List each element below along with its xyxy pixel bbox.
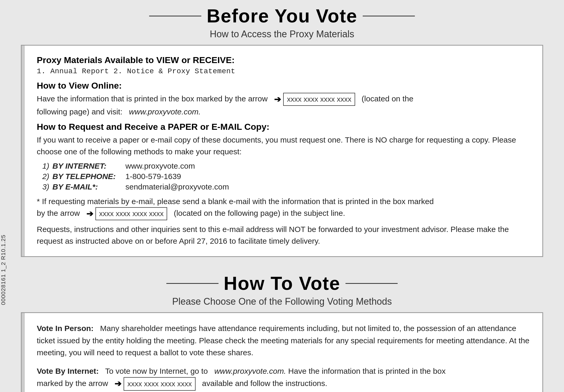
vote-internet-text-1: To vote now by Internet, go to	[105, 367, 208, 375]
method-3-number: 3)	[37, 182, 52, 191]
proxy-materials-title-text: Proxy Materials Available to VIEW or REC…	[37, 55, 235, 65]
vote-internet-text-3: marked by the arrow	[37, 379, 108, 388]
code-box-1: xxxx xxxx xxxx xxxx	[283, 93, 355, 106]
asterisk-note: * If requesting materials by e-mail, ple…	[37, 195, 530, 220]
view-online-text-3: following page) and visit:	[37, 107, 123, 116]
side-label: 000028161 1_2 R10.1.25	[0, 235, 10, 305]
arrow-icon-1: ➔	[274, 93, 281, 106]
materials-list: 1. Annual Report 2. Notice & Proxy State…	[37, 67, 530, 75]
view-online-title: How to View Online:	[37, 81, 530, 91]
arrow-icon-2: ➔	[86, 207, 93, 220]
vote-internet-text-2: Have the information that is printed in …	[288, 367, 446, 375]
vote-header-line-left	[166, 283, 219, 284]
method-1: 1) BY INTERNET: www.proxyvote.com	[37, 162, 530, 170]
page-container: 000028161 1_2 R10.1.25 Before You Vote H…	[0, 0, 564, 392]
method-1-value: www.proxyvote.com	[125, 162, 195, 170]
method-2: 2) BY TELEPHONE: 1-800-579-1639	[37, 172, 530, 181]
before-you-vote-subtitle: How to Access the Proxy Materials	[210, 29, 354, 40]
method-3: 3) BY E-MAIL*: sendmaterial@proxyvote.co…	[37, 182, 530, 191]
vote-internet-url: www.proxyvote.com.	[214, 367, 286, 375]
method-1-label: BY INTERNET:	[52, 162, 125, 170]
vote-in-person-label: Vote In Person:	[37, 324, 94, 333]
view-online-text: Have the information that is printed in …	[37, 93, 530, 118]
methods-list: 1) BY INTERNET: www.proxyvote.com 2) BY …	[37, 162, 530, 191]
method-2-number: 2)	[37, 172, 52, 181]
requests-note: Requests, instructions and other inquiri…	[37, 223, 530, 247]
arrow-code-container-2: ➔ xxxx xxxx xxxx xxxx	[86, 207, 167, 220]
method-3-value: sendmaterial@proxyvote.com	[125, 182, 229, 191]
proxy-materials-title: Proxy Materials Available to VIEW or REC…	[37, 55, 530, 65]
how-to-vote-header: How To Vote	[21, 273, 543, 294]
vote-in-person-text: Many shareholder meetings have attendanc…	[37, 324, 529, 357]
asterisk-text-3: (located on the following page) in the s…	[174, 209, 345, 217]
method-2-label: BY TELEPHONE:	[52, 172, 125, 181]
arrow-code-container-3: ➔ xxxx xxxx xxxx xxxx	[114, 377, 195, 390]
method-2-value: 1-800-579-1639	[125, 172, 181, 181]
vote-by-internet-paragraph: Vote By Internet: To vote now by Interne…	[37, 365, 530, 391]
view-online-url: www.proxyvote.com.	[129, 107, 201, 116]
paper-email-text: If you want to receive a paper or e-mail…	[37, 134, 530, 157]
method-3-label: BY E-MAIL*:	[52, 182, 125, 191]
asterisk-text-1: * If requesting materials by e-mail, ple…	[37, 197, 434, 206]
method-1-number: 1)	[37, 162, 52, 170]
vote-left-accent-bar	[22, 313, 25, 392]
vote-header-line-right	[345, 283, 398, 284]
code-box-2: xxxx xxxx xxxx xxxx	[95, 207, 167, 220]
vote-methods-box: Vote In Person: Many shareholder meeting…	[21, 312, 543, 392]
vote-internet-text-4: available and follow the instructions.	[202, 379, 327, 388]
proxy-materials-box: Proxy Materials Available to VIEW or REC…	[21, 45, 543, 257]
view-online-text-2: (located on the	[362, 94, 413, 103]
before-you-vote-header: Before You Vote	[21, 5, 543, 27]
arrow-icon-3: ➔	[114, 377, 122, 390]
view-online-text-1: Have the information that is printed in …	[37, 94, 268, 103]
how-to-vote-title: How To Vote	[224, 273, 340, 294]
header-line-right	[363, 16, 415, 16]
asterisk-text-2: by the arrow	[37, 209, 80, 217]
arrow-code-container-1: ➔ xxxx xxxx xxxx xxxx	[274, 93, 355, 106]
header-line-left	[149, 16, 201, 16]
left-accent-bar	[22, 46, 25, 256]
how-to-vote-subtitle: Please Choose One of the Following Votin…	[172, 296, 392, 307]
paper-email-title: How to Request and Receive a PAPER or E-…	[37, 122, 530, 132]
before-you-vote-title: Before You Vote	[207, 5, 357, 27]
code-box-3: xxxx xxxx xxxx xxxx	[124, 377, 195, 390]
vote-internet-label: Vote By Internet:	[37, 367, 99, 375]
vote-in-person-paragraph: Vote In Person: Many shareholder meeting…	[37, 322, 530, 359]
